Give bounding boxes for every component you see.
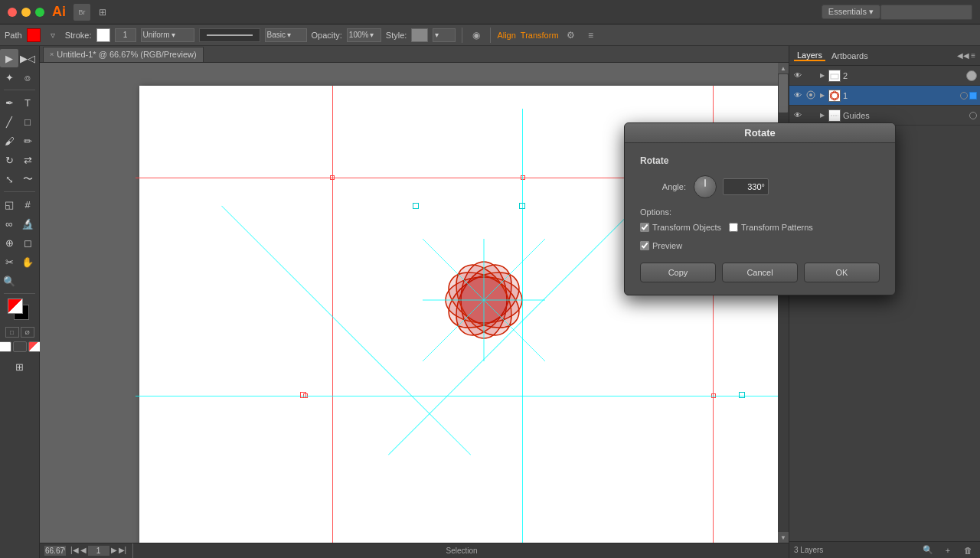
select-tool[interactable]: ▶	[0, 49, 18, 67]
magic-wand-tool[interactable]: ✦	[0, 68, 18, 86]
color-swatches[interactable]	[8, 299, 32, 323]
ok-button[interactable]: OK	[804, 263, 880, 282]
handle-tc[interactable]	[521, 175, 525, 180]
guides-visibility[interactable]: 👁	[792, 110, 803, 121]
tab-layers[interactable]: Layers	[794, 51, 825, 61]
layer-row-2[interactable]: 👁 ▶ 2	[789, 66, 980, 86]
dialog-buttons: Copy Cancel OK	[640, 263, 880, 282]
pencil-tool[interactable]: ✏	[18, 132, 37, 150]
app-logo: Ai	[52, 4, 66, 20]
search-input[interactable]	[880, 5, 972, 20]
minimize-window-button[interactable]	[21, 8, 31, 17]
layer-1-expand[interactable]: ▶	[818, 92, 826, 100]
hand-tool[interactable]: ✋	[18, 253, 37, 271]
mesh-tool[interactable]: #	[18, 195, 37, 214]
scroll-thumb[interactable]	[779, 74, 788, 113]
cancel-button[interactable]: Cancel	[722, 263, 798, 282]
scroll-down-button[interactable]: ▼	[778, 532, 789, 543]
gradient-tool[interactable]: ◱	[0, 195, 18, 214]
next-page-button[interactable]: ▶	[111, 546, 117, 556]
last-page-button[interactable]: ▶|	[119, 546, 127, 556]
fill-icon[interactable]: □	[5, 327, 19, 338]
svg-rect-10	[831, 74, 838, 79]
page-number-input[interactable]	[88, 546, 109, 556]
dialog-title: Rotate	[744, 127, 775, 139]
draw-inside-mode[interactable]	[13, 341, 27, 352]
copy-button[interactable]: Copy	[640, 263, 716, 282]
preview-checkbox[interactable]	[640, 241, 649, 250]
panel-toggle-button[interactable]: ≡	[583, 28, 599, 43]
workspace-switcher[interactable]: Essentials ▾	[822, 5, 880, 19]
panel-menu-button[interactable]: ≡	[971, 51, 975, 60]
tab-close-button[interactable]: ×	[50, 51, 54, 58]
stroke-type-dropdown[interactable]: Uniform ▾	[141, 28, 194, 42]
stroke-weight-input[interactable]	[115, 28, 136, 42]
stroke-color-swatch[interactable]	[96, 28, 110, 42]
direct-select-tool[interactable]: ▶◁	[18, 49, 37, 67]
guides-expand[interactable]: ▶	[818, 112, 826, 119]
layer-2-visibility[interactable]: 👁	[792, 70, 803, 81]
fill-color-swatch[interactable]	[27, 28, 41, 42]
reflect-tool[interactable]: ⇄	[18, 151, 37, 169]
layer-row-1[interactable]: 👁 ▶ 1	[789, 86, 980, 106]
panel-collapse-button[interactable]: ◀◀	[957, 51, 969, 60]
layer-1-target[interactable]	[960, 92, 968, 100]
artboard-button[interactable]: ⊞	[11, 357, 29, 376]
delete-layer-button[interactable]: 🗑	[960, 543, 975, 558]
paintbrush-tool[interactable]: 🖌	[0, 132, 18, 150]
scissors-tool[interactable]: ✂	[0, 253, 18, 271]
line-tool[interactable]: ╱	[0, 113, 18, 131]
view-options-button[interactable]: ⊞	[95, 5, 110, 20]
appearance-icon[interactable]: ◉	[469, 28, 484, 43]
stroke-profile-label: Basic	[267, 31, 286, 39]
add-layer-button[interactable]: +	[940, 543, 956, 558]
transform-button[interactable]: Transform	[521, 31, 559, 40]
transform-extra-button[interactable]: ⚙	[564, 28, 579, 43]
lasso-tool[interactable]: ⌾	[18, 68, 37, 86]
tool-separator-2	[4, 191, 35, 192]
prev-page-button[interactable]: ◀	[80, 546, 87, 556]
guides-name: Guides	[843, 111, 967, 120]
align-button[interactable]: Align	[497, 31, 515, 40]
maximize-window-button[interactable]	[35, 8, 44, 17]
eraser-tool[interactable]: ◻	[18, 233, 37, 252]
angle-knob[interactable]	[694, 175, 717, 198]
blend-tool[interactable]: ∞	[0, 214, 18, 233]
opacity-value: 100%	[349, 31, 369, 39]
first-page-button[interactable]: |◀	[70, 546, 79, 556]
scroll-up-button[interactable]: ▲	[778, 63, 789, 73]
artboard-tool[interactable]: ⊞	[11, 357, 29, 376]
bridge-button[interactable]: Br	[74, 4, 90, 21]
none-icon[interactable]: Ø	[21, 327, 34, 338]
opacity-dropdown[interactable]: 100% ▾	[347, 28, 381, 42]
warp-tool[interactable]: 〜	[18, 170, 37, 188]
zoom-tool[interactable]: 🔍	[0, 272, 18, 290]
rotate-tool[interactable]: ↻	[0, 151, 18, 169]
type-tool[interactable]: T	[18, 93, 37, 112]
layer-2-name: 2	[843, 71, 964, 80]
handle-tl[interactable]	[330, 175, 335, 180]
layer-1-visibility[interactable]: 👁	[792, 90, 803, 101]
style-dropdown[interactable]: ▾	[433, 28, 456, 42]
close-window-button[interactable]	[8, 8, 17, 17]
status-sep	[132, 543, 133, 559]
foreground-color-swatch[interactable]	[8, 299, 23, 314]
fill-options-button[interactable]: ▿	[45, 28, 60, 43]
document-tab[interactable]: × Untitled-1* @ 66.67% (RGB/Preview)	[43, 47, 204, 62]
style-label: Style:	[386, 31, 407, 40]
search-layers-button[interactable]: 🔍	[920, 543, 936, 558]
transform-patterns-checkbox[interactable]	[729, 223, 738, 232]
layer-2-expand[interactable]: ▶	[818, 72, 826, 80]
zoom-input[interactable]	[44, 546, 66, 556]
live-paint-tool[interactable]: ⊕	[0, 233, 18, 252]
normal-mode[interactable]	[0, 341, 11, 352]
angle-input[interactable]	[723, 178, 769, 195]
eyedropper-tool[interactable]: 🔬	[18, 214, 37, 233]
pen-tool[interactable]: ✒	[0, 93, 18, 112]
tab-artboards[interactable]: Artboards	[828, 51, 871, 60]
style-swatch[interactable]	[411, 28, 428, 42]
transform-objects-checkbox[interactable]	[640, 223, 649, 232]
shape-tool[interactable]: □	[18, 113, 37, 131]
stroke-profile-dropdown[interactable]: Basic ▾	[265, 28, 307, 42]
scale-tool[interactable]: ⤡	[0, 170, 18, 188]
